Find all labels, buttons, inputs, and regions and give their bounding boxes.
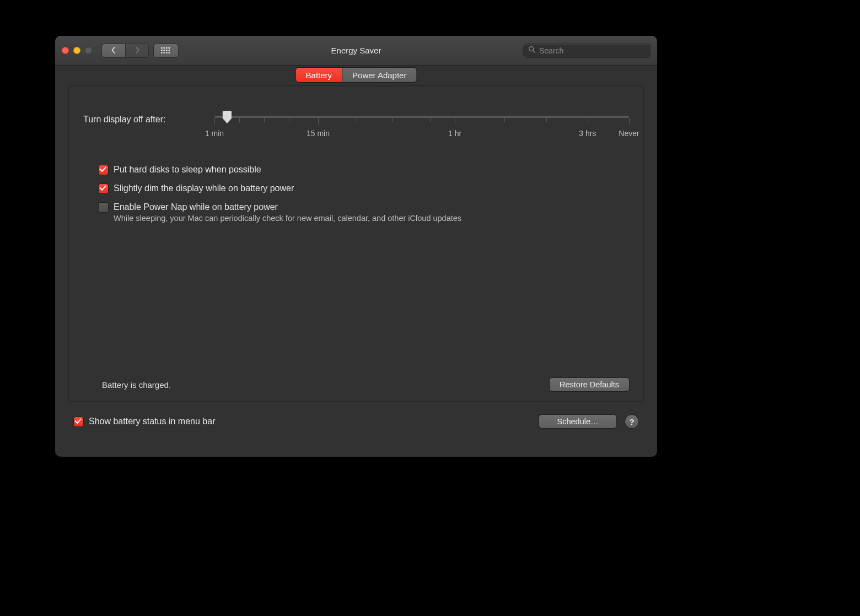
schedule-button[interactable]: Schedule…: [539, 415, 616, 428]
back-button[interactable]: [102, 44, 125, 57]
settings-panel: Turn display off after:: [68, 85, 644, 402]
mark-15min: 15 min: [307, 129, 330, 138]
power-nap-checkbox[interactable]: [99, 203, 108, 212]
close-window-button[interactable]: [62, 47, 69, 54]
svg-line-13: [533, 50, 535, 52]
dim-display-checkbox[interactable]: [99, 184, 108, 193]
toolbar: Energy Saver: [55, 36, 657, 66]
chevron-right-icon: [135, 46, 140, 56]
svg-rect-6: [166, 50, 168, 51]
svg-rect-1: [164, 47, 165, 48]
display-off-slider[interactable]: 1 min 15 min 1 hr 3 hrs Never: [214, 111, 629, 144]
hard-disks-checkbox[interactable]: [99, 165, 108, 175]
hard-disks-label: Put hard disks to sleep when possible: [114, 164, 261, 175]
svg-rect-0: [161, 47, 163, 48]
grid-icon: [161, 46, 171, 56]
menu-bar-label: Show battery status in menu bar: [89, 416, 215, 427]
restore-defaults-button[interactable]: Restore Defaults: [550, 378, 629, 391]
svg-rect-5: [164, 50, 165, 51]
power-nap-description: While sleeping, your Mac can periodicall…: [114, 214, 461, 223]
forward-button: [125, 44, 148, 57]
minimize-window-button[interactable]: [73, 47, 80, 54]
system-preferences-window: Energy Saver Battery Power Adapter Turn …: [55, 36, 657, 457]
svg-rect-2: [166, 47, 168, 48]
tab-control: Battery Power Adapter: [296, 68, 417, 82]
option-dim-display: Slightly dim the display while on batter…: [99, 183, 629, 194]
option-power-nap: Enable Power Nap while on battery power …: [99, 202, 629, 223]
svg-rect-3: [169, 47, 170, 48]
panel-bottom: Battery is charged. Restore Defaults: [83, 378, 629, 391]
help-button[interactable]: ?: [625, 415, 638, 428]
show-all-button[interactable]: [154, 44, 178, 57]
svg-rect-9: [164, 52, 165, 53]
search-input[interactable]: [539, 46, 646, 55]
zoom-window-button: [85, 47, 92, 54]
svg-rect-10: [166, 52, 168, 53]
option-hard-disks: Put hard disks to sleep when possible: [99, 164, 629, 175]
search-icon: [528, 46, 536, 56]
mark-never: Never: [619, 129, 639, 138]
search-field[interactable]: [524, 44, 651, 57]
svg-rect-4: [161, 50, 163, 51]
nav-buttons: [102, 44, 148, 57]
svg-rect-11: [169, 52, 170, 53]
slider-thumb[interactable]: [222, 111, 233, 123]
power-nap-label: Enable Power Nap while on battery power: [114, 202, 461, 213]
mark-1hr: 1 hr: [448, 129, 461, 138]
display-off-row: Turn display off after:: [83, 115, 629, 144]
option-list: Put hard disks to sleep when possible Sl…: [99, 164, 629, 223]
tab-power-adapter[interactable]: Power Adapter: [342, 68, 416, 82]
mark-1min: 1 min: [205, 129, 224, 138]
option-menu-bar: Show battery status in menu bar: [74, 416, 215, 427]
battery-status: Battery is charged.: [102, 380, 171, 390]
tab-battery[interactable]: Battery: [296, 68, 342, 82]
chevron-left-icon: [111, 46, 116, 56]
mark-3hrs: 3 hrs: [579, 129, 596, 138]
slider-track: [214, 116, 629, 118]
window-controls: [62, 47, 92, 54]
footer: Show battery status in menu bar Schedule…: [74, 415, 638, 428]
preference-body: Battery Power Adapter Turn display off a…: [55, 66, 657, 438]
menu-bar-checkbox[interactable]: [74, 417, 83, 426]
help-icon: ?: [629, 417, 634, 426]
svg-rect-7: [169, 50, 170, 51]
svg-rect-8: [161, 52, 163, 53]
dim-display-label: Slightly dim the display while on batter…: [114, 183, 294, 194]
